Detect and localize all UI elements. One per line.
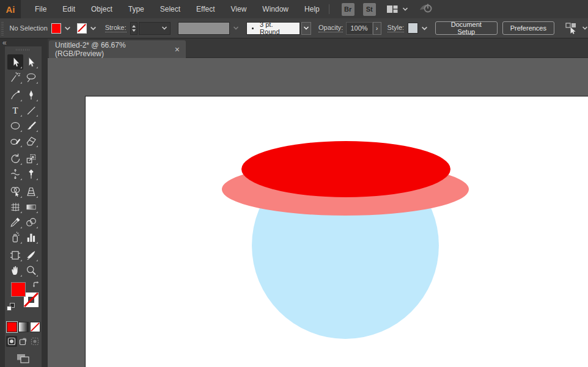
menu-item-window[interactable]: Window	[254, 0, 296, 18]
none-button[interactable]	[30, 322, 40, 332]
type-tool[interactable]: T	[7, 103, 23, 118]
menu-item-file[interactable]: File	[27, 0, 54, 18]
menu-item-type[interactable]: Type	[120, 0, 152, 18]
tab-close-icon[interactable]: ×	[175, 45, 180, 54]
perspective-grid-tool[interactable]	[23, 184, 39, 199]
ellipse-tool[interactable]	[7, 118, 23, 133]
eyedropper-tool[interactable]	[7, 214, 23, 230]
opacity-expand-button[interactable]: ›	[373, 22, 381, 35]
eraser-tool[interactable]	[23, 133, 39, 148]
color-mode-row	[7, 322, 42, 332]
preferences-button[interactable]: Preferences	[502, 21, 554, 35]
pen-tool[interactable]	[23, 87, 39, 103]
menu-item-help[interactable]: Help	[296, 0, 328, 18]
magic-wand-tool[interactable]	[7, 70, 23, 85]
lasso-tool[interactable]	[23, 70, 39, 85]
artboard-tool[interactable]	[7, 247, 23, 263]
style-chevron-down-icon[interactable]	[421, 26, 428, 31]
menu-item-edit[interactable]: Edit	[54, 0, 83, 18]
gradient-button[interactable]	[18, 322, 29, 332]
bridge-button[interactable]: Br	[342, 3, 355, 16]
swap-fill-stroke-icon[interactable]	[32, 280, 40, 291]
collapse-panel-icon[interactable]: «	[2, 38, 6, 47]
rotate-tool[interactable]	[7, 151, 23, 166]
menu-item-view[interactable]: View	[223, 0, 255, 18]
shape-builder-tool[interactable]	[7, 184, 23, 199]
mesh-tool[interactable]	[7, 199, 23, 214]
gpu-power-status-icon	[418, 2, 434, 16]
panel-grip[interactable]	[16, 49, 31, 51]
chevron-down-icon	[402, 7, 408, 12]
opacity-label[interactable]: Opacity:	[318, 24, 343, 32]
scale-tool[interactable]	[23, 151, 39, 166]
slice-tool[interactable]	[23, 247, 39, 263]
chevron-down-icon	[582, 26, 588, 31]
document-tab-title: Untitled-2* @ 66.67% (RGB/Preview)	[55, 41, 175, 58]
arrange-documents-button[interactable]	[386, 4, 408, 14]
menu-items: FileEditObjectTypeSelectEffectViewWindow…	[27, 0, 328, 18]
menu-item-effect[interactable]: Effect	[188, 0, 222, 18]
default-fill-stroke-icon[interactable]	[7, 303, 15, 311]
draw-behind-button[interactable]	[18, 336, 29, 347]
stroke-weight-select[interactable]	[139, 22, 171, 35]
zoom-tool[interactable]	[23, 263, 39, 278]
change-screen-mode-button[interactable]	[5, 353, 42, 364]
select-similar-button[interactable]	[564, 21, 588, 35]
artboard-shapes	[48, 58, 588, 367]
menu-item-object[interactable]: Object	[83, 0, 120, 18]
width-profile-chevron-icon	[233, 26, 239, 31]
layout-grid-icon	[386, 4, 399, 14]
brush-preview-dot-icon	[252, 27, 254, 29]
selection-tool[interactable]	[7, 54, 23, 70]
stock-button[interactable]: St	[363, 3, 376, 16]
brush-definition-select[interactable]: 3 pt. Round	[246, 22, 300, 35]
canvas-area[interactable]	[48, 58, 588, 367]
direct-selection-tool[interactable]	[23, 54, 39, 70]
stroke-weight-stepper[interactable]	[130, 22, 138, 35]
fill-color-swatch[interactable]	[51, 23, 61, 34]
line-segment-tool[interactable]	[23, 103, 39, 118]
document-tab-bar: Untitled-2* @ 66.67% (RGB/Preview) ×	[48, 38, 588, 58]
chevron-down-icon	[161, 26, 167, 31]
stroke-chevron-down-icon[interactable]	[90, 26, 97, 31]
red-ellipse[interactable]	[241, 141, 450, 197]
fill-chevron-down-icon[interactable]	[64, 26, 71, 31]
style-label[interactable]: Style:	[388, 24, 405, 32]
hand-tool[interactable]	[7, 263, 23, 278]
draw-normal-button[interactable]	[6, 336, 17, 347]
stroke-color-swatch[interactable]	[77, 23, 87, 34]
tools-dock: « T	[0, 38, 48, 367]
document-tab[interactable]: Untitled-2* @ 66.67% (RGB/Preview) ×	[49, 40, 186, 58]
brush-preset-value: 3 pt. Round	[260, 21, 293, 35]
graphic-style-swatch[interactable]	[408, 23, 418, 34]
brush-chevron-button[interactable]	[301, 22, 311, 35]
stepper-up-icon[interactable]	[132, 25, 136, 27]
gradient-tool[interactable]	[23, 199, 39, 214]
menu-bar: Ai FileEditObjectTypeSelectEffectViewWin…	[0, 0, 588, 18]
drawing-modes-row	[6, 336, 42, 347]
panel-grip[interactable]	[1, 21, 4, 35]
column-graph-tool[interactable]	[23, 230, 39, 245]
opacity-input[interactable]: 100%	[346, 22, 372, 35]
svg-text:T: T	[12, 106, 18, 115]
tools-panel: T	[5, 46, 42, 367]
stepper-down-icon[interactable]	[132, 29, 136, 32]
draw-inside-button[interactable]	[29, 336, 40, 347]
document-setup-button[interactable]: Document Setup	[435, 21, 498, 35]
tools-grid: T	[5, 54, 42, 278]
variable-width-profile-select[interactable]	[178, 22, 230, 35]
stroke-indicator-swatch[interactable]	[24, 293, 39, 307]
menu-item-select[interactable]: Select	[152, 0, 188, 18]
fill-stroke-block	[5, 280, 42, 319]
shaper-tool[interactable]	[7, 133, 23, 148]
width-tool[interactable]	[7, 166, 23, 181]
stroke-weight-label[interactable]: Stroke:	[105, 24, 127, 32]
fill-indicator-swatch[interactable]	[11, 282, 26, 297]
puppet-warp-tool[interactable]	[23, 166, 39, 181]
symbol-sprayer-tool[interactable]	[7, 230, 23, 245]
menu-separator	[329, 4, 329, 14]
blend-tool[interactable]	[23, 214, 39, 230]
paintbrush-tool[interactable]	[23, 118, 39, 133]
color-button[interactable]	[7, 322, 17, 332]
curvature-tool[interactable]	[7, 87, 23, 103]
